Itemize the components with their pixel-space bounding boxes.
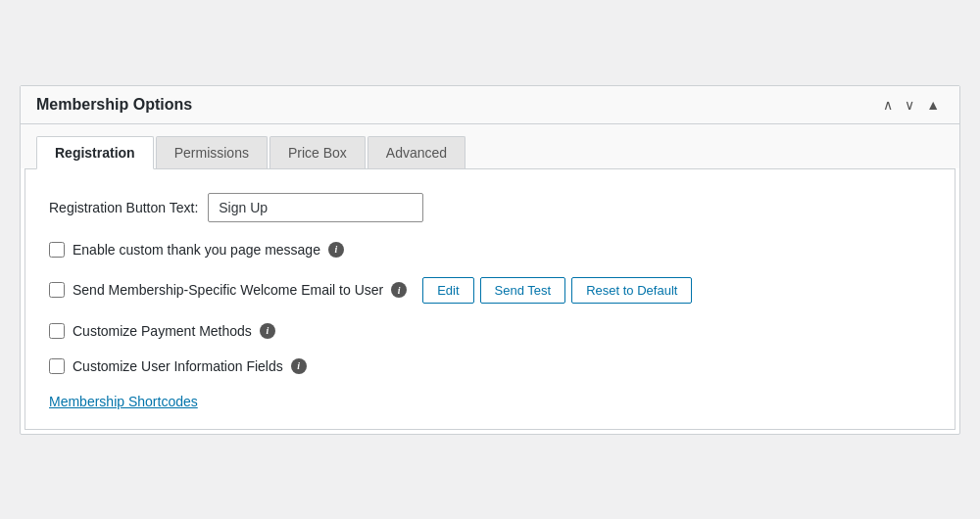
chevron-up-button[interactable]: ∧ xyxy=(879,96,897,114)
welcome-email-info-icon[interactable]: i xyxy=(391,282,407,298)
tabs: Registration Permissions Price Box Advan… xyxy=(36,136,944,168)
registration-button-label: Registration Button Text: xyxy=(49,200,198,215)
panel-controls: ∧ ∨ ▲ xyxy=(879,96,944,114)
custom-thankyou-label: Enable custom thank you page message xyxy=(73,242,320,258)
user-info-row: Customize User Information Fields i xyxy=(49,358,931,374)
custom-thankyou-info-icon[interactable]: i xyxy=(328,242,344,258)
user-info-label: Customize User Information Fields xyxy=(73,358,283,374)
payment-methods-checkbox[interactable] xyxy=(49,323,65,339)
welcome-email-checkbox[interactable] xyxy=(49,282,65,298)
reset-to-default-button[interactable]: Reset to Default xyxy=(571,277,692,304)
registration-button-row: Registration Button Text: xyxy=(49,193,931,222)
shortcodes-row: Membership Shortcodes xyxy=(49,394,931,409)
membership-shortcodes-link[interactable]: Membership Shortcodes xyxy=(49,394,198,409)
welcome-email-row: Send Membership-Specific Welcome Email t… xyxy=(49,277,931,304)
panel-body: Registration Button Text: Enable custom … xyxy=(24,168,956,430)
email-action-buttons: Edit Send Test Reset to Default xyxy=(422,277,692,304)
tab-registration[interactable]: Registration xyxy=(36,136,154,169)
welcome-email-label: Send Membership-Specific Welcome Email t… xyxy=(73,282,383,298)
panel-title: Membership Options xyxy=(36,96,192,114)
tabs-wrapper: Registration Permissions Price Box Advan… xyxy=(21,124,959,168)
tab-permissions[interactable]: Permissions xyxy=(156,136,268,168)
user-info-icon[interactable]: i xyxy=(291,358,307,374)
tab-advanced[interactable]: Advanced xyxy=(368,136,466,168)
send-test-button[interactable]: Send Test xyxy=(480,277,566,304)
payment-methods-label: Customize Payment Methods xyxy=(73,323,252,339)
panel-header: Membership Options ∧ ∨ ▲ xyxy=(21,86,959,124)
tab-price-box[interactable]: Price Box xyxy=(270,136,366,168)
custom-thankyou-row: Enable custom thank you page message i xyxy=(49,242,931,258)
chevron-down-button[interactable]: ∨ xyxy=(901,96,918,114)
payment-methods-row: Customize Payment Methods i xyxy=(49,323,931,339)
user-info-checkbox[interactable] xyxy=(49,358,65,374)
collapse-button[interactable]: ▲ xyxy=(922,96,944,114)
payment-methods-info-icon[interactable]: i xyxy=(260,323,275,339)
custom-thankyou-checkbox[interactable] xyxy=(49,242,65,258)
membership-options-panel: Membership Options ∧ ∨ ▲ Registration Pe… xyxy=(20,85,960,435)
registration-button-input[interactable] xyxy=(208,193,423,222)
edit-button[interactable]: Edit xyxy=(422,277,473,304)
